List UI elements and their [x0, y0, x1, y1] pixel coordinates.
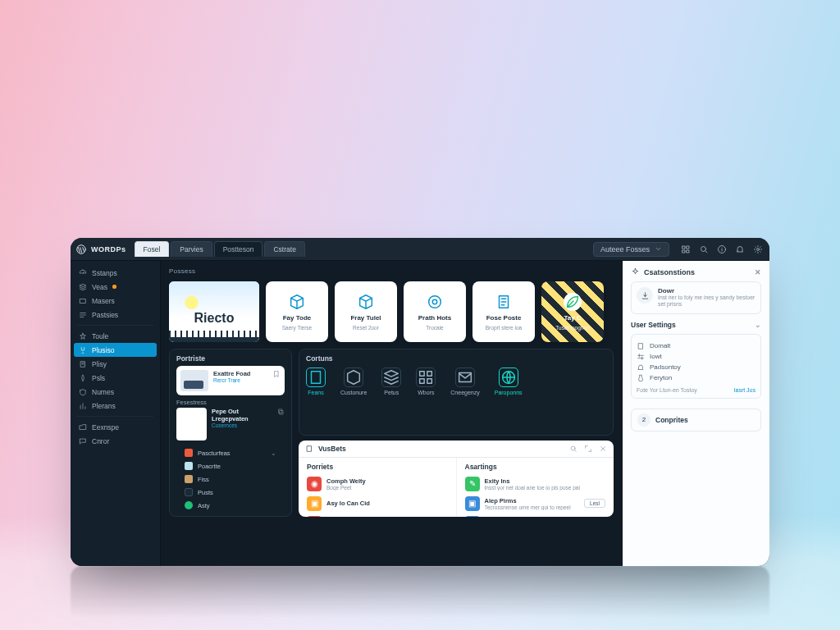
setting-3[interactable]: Feryton	[637, 374, 756, 382]
card-sub: Trocale	[426, 325, 443, 331]
swatch-icon	[185, 475, 193, 483]
svg-rect-19	[427, 379, 432, 384]
category-1[interactable]: Poacrtte	[183, 460, 278, 472]
list-item[interactable]: ◉Comph WeltyBoge Peet	[307, 474, 448, 494]
sparkle-icon	[631, 267, 640, 276]
svg-rect-8	[80, 299, 86, 303]
primary-title: Dowr	[658, 287, 756, 294]
user-settings-heading[interactable]: User Settings ⌄	[631, 321, 761, 329]
tab-3[interactable]: Cstrate	[264, 241, 304, 257]
item-sub: Boge Peet	[326, 485, 366, 491]
inspector-header: Csatsonstions ✕	[631, 267, 761, 276]
sidebar-item-label: Numes	[92, 388, 114, 396]
tab-0[interactable]: Fosel	[135, 241, 170, 257]
list-item[interactable]: ▣Alep PirmsTecrossnense ome mer goi to r…	[465, 494, 606, 514]
category-0[interactable]: Pascturfeas⌄	[183, 447, 278, 459]
card-3[interactable]: Fose Poste Broprt stere ioa	[472, 281, 535, 342]
setting-2[interactable]: Padsontoy	[637, 363, 756, 372]
gear-icon[interactable]	[753, 244, 763, 254]
edit-icon: ✎	[465, 477, 480, 491]
inner-col-left: Porriets ◉Comph WeltyBoge Peet ▣Asy Io C…	[299, 458, 456, 518]
main-right-col: Cortuns Feans Custonure Petus Wbors Cnee…	[299, 349, 614, 517]
svg-rect-22	[308, 445, 312, 451]
setting-1[interactable]: Iowt	[637, 353, 756, 361]
sidebar-item-2[interactable]: Masers	[71, 294, 160, 308]
card-title: Tay C	[564, 314, 581, 322]
expand-icon[interactable]	[584, 445, 592, 453]
top-dropdown[interactable]: Auteee Fosses	[593, 242, 669, 257]
sidebar-item-9[interactable]: Plerans	[71, 399, 160, 413]
svg-rect-13	[280, 410, 283, 414]
primary-desc: Inst ner to foly me ines y sandy bestoer…	[658, 294, 756, 308]
svg-point-11	[432, 299, 437, 304]
stack-icon	[381, 368, 401, 387]
tool-3[interactable]: Wbors	[416, 368, 436, 395]
sidebar-item-8[interactable]: Numes	[71, 385, 160, 399]
svg-rect-14	[279, 409, 282, 413]
category-3[interactable]: Pusts	[183, 486, 278, 498]
mini-sub: Rercr Trare	[213, 377, 250, 383]
tool-label: Custonure	[340, 390, 367, 395]
tool-0[interactable]: Feans	[306, 368, 326, 395]
svg-rect-3	[682, 250, 685, 253]
tool-label: Feans	[308, 390, 323, 395]
sidebar-item-11[interactable]: Cnror	[71, 434, 160, 448]
sidebar-item-label: Sstanps	[92, 269, 117, 277]
search-icon[interactable]	[569, 445, 578, 453]
sidebar-item-5[interactable]: Plusiso	[74, 343, 157, 357]
svg-rect-4	[687, 250, 689, 253]
tool-label: Paroponns	[495, 390, 523, 395]
section-label: User Settings	[631, 321, 676, 329]
sidebar-item-1[interactable]: Veas	[71, 280, 160, 294]
list-item[interactable]: ▣Asy Io Can Cid	[307, 494, 448, 514]
tool-label: Wbors	[418, 390, 434, 395]
action-button[interactable]: Lesl	[584, 499, 605, 508]
list-item[interactable]: ✎Exity InsInsst yor net doal ane toe io …	[465, 474, 606, 494]
tool-label: Petus	[384, 390, 399, 395]
tool-2[interactable]: Petus	[381, 368, 401, 395]
portrait-mini[interactable]: Exattre Foad Rercr Trare	[176, 366, 285, 395]
close-icon[interactable]	[599, 445, 607, 453]
svg-rect-17	[427, 372, 432, 377]
sidebar-item-0[interactable]: Sstanps	[71, 266, 160, 280]
middle-row: Portriste Exattre Foad Rercr Trare Feses…	[169, 349, 614, 517]
tab-1[interactable]: Parvies	[171, 241, 212, 257]
grid-icon	[416, 368, 436, 387]
sidebar-item-3[interactable]: Pastsies	[71, 308, 160, 322]
sidebar-item-label: Plusiso	[92, 346, 114, 354]
category-4[interactable]: Asty	[183, 500, 278, 511]
tab-2[interactable]: Postteson	[214, 241, 263, 257]
list-item[interactable]: ▣Vhre TutesLhel	[465, 514, 606, 518]
card-4[interactable]: Tay C Tuset toognon	[541, 281, 604, 342]
close-icon[interactable]: ✕	[755, 268, 761, 276]
swatch-icon	[185, 462, 193, 470]
svg-rect-18	[420, 379, 425, 384]
bell-icon[interactable]	[735, 244, 745, 254]
tool-1[interactable]: Custonure	[340, 368, 367, 395]
foot-link[interactable]: Iasrt Jos	[734, 387, 756, 393]
info-icon[interactable]	[717, 244, 727, 254]
sidebar-item-4[interactable]: Toule	[71, 329, 160, 343]
cube-icon	[288, 293, 306, 311]
sidebar: Sstanps Veas Masers Pastsies Toule Plusi…	[71, 261, 161, 566]
card-1[interactable]: Fray Tulel Reset 2oor	[335, 281, 397, 342]
setting-0[interactable]: Domalt	[637, 342, 756, 350]
inspector-pill[interactable]: 2 Conprites	[631, 409, 761, 431]
card-0[interactable]: Fay Tode Saery Tierse	[266, 281, 328, 342]
hero-card[interactable]: Riecto	[169, 281, 259, 342]
top-tabs: Fosel Parvies Postteson Cstrate	[135, 241, 307, 257]
copy-icon[interactable]	[277, 408, 285, 416]
sidebar-item-7[interactable]: Psls	[71, 371, 160, 385]
tool-5[interactable]: Paroponns	[495, 368, 523, 395]
second-sub: Cosernces	[212, 422, 272, 428]
sidebar-item-6[interactable]: Plisy	[71, 357, 160, 371]
sidebar-item-10[interactable]: Eexnspe	[71, 420, 160, 434]
search-icon[interactable]	[699, 244, 709, 254]
setting-label: Domalt	[650, 342, 670, 349]
grid-icon[interactable]	[681, 244, 691, 254]
list-item[interactable]: ▶Feoy I PailtRecrntand fall ir fow beil	[307, 514, 448, 518]
bookmark-icon[interactable]	[272, 370, 281, 378]
card-2[interactable]: Prath Hots Trocale	[404, 281, 466, 342]
category-2[interactable]: Fiss	[183, 473, 278, 485]
tool-4[interactable]: Cneegenzy	[450, 368, 479, 395]
